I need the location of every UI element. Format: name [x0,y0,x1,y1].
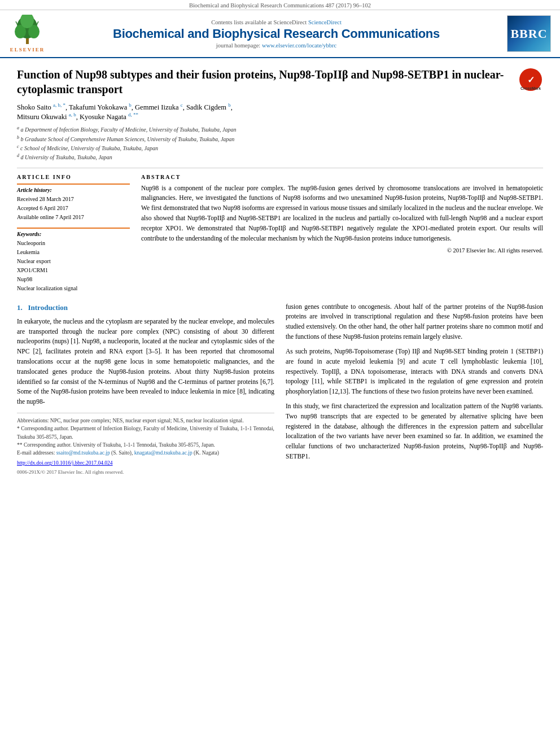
section1-title: 1. Introduction [17,302,274,313]
keywords-box: Keywords: Nucleoporin Leukemia Nuclear e… [17,228,130,293]
journal-reference: Biochemical and Biophysical Research Com… [0,0,560,10]
abstract-paragraph: Nup98 is a component of the nuclear pore… [141,184,543,244]
intro-para-3: As such proteins, Nup98-Topoisomerase (T… [286,347,543,397]
corresponding1-note: * Corresponding author. Department of In… [17,425,274,441]
article-title: Function of Nup98 subtypes and their fus… [17,67,543,97]
footnotes: Abbreviations: NPC, nuclear pore complex… [17,413,274,457]
svg-text:CrossMark: CrossMark [520,86,541,90]
article-info-abstract: ARTICLE INFO Article history: Received 2… [17,174,543,293]
keyword-nup98: Nup98 [17,275,130,284]
doi-line: http://dx.doi.org/10.1016/j.bbrc.2017.04… [17,459,274,468]
article-info-heading: ARTICLE INFO [17,174,130,180]
body-section: 1. Introduction In eukaryote, the nucleu… [17,302,543,477]
abbreviations-note: Abbreviations: NPC, nuclear pore complex… [17,417,274,425]
affiliation-b: b b Graduate School of Comprehensive Hum… [17,134,543,143]
journal-title: Biochemical and Biophysical Research Com… [46,27,507,41]
history-label: Article history: [17,187,130,193]
received-date: Received 28 March 2017 [17,195,130,204]
authors: Shoko Saito a, b, *, Takafumi Yokokawa b… [17,102,543,121]
keyword-nls: Nuclear localization signal [17,284,130,293]
bbrc-label: BBRC [510,27,547,41]
affiliation-a: a a Department of Infection Biology, Fac… [17,125,543,134]
accepted-date: Accepted 6 April 2017 [17,204,130,213]
keyword-xpo1: XPO1/CRM1 [17,266,130,275]
divider [17,168,543,168]
main-content: Function of Nup98 subtypes and their fus… [0,58,560,488]
doi-link[interactable]: http://dx.doi.org/10.1016/j.bbrc.2017.04… [17,460,113,466]
svg-line-5 [16,21,18,25]
issn-line: 0006-291X/© 2017 Elsevier Inc. All right… [17,469,274,477]
email2-link[interactable]: knagata@md.tsukuba.ac.jp [134,450,193,456]
affiliations: a a Department of Infection Biology, Fac… [17,125,543,161]
abstract-text: Nup98 is a component of the nuclear pore… [141,184,543,244]
intro-para-4: In this study, we first characterized th… [286,401,543,462]
intro-para-1: In eukaryote, the nucleus and the cytopl… [17,317,274,407]
intro-para-2: fusion genes contribute to oncogenesis. … [286,302,543,342]
body-col-left: 1. Introduction In eukaryote, the nucleu… [17,302,274,477]
affiliation-d: d d University of Tsukuba, Tsukuba, Japa… [17,152,543,161]
journal-url[interactable]: www.elsevier.com/locate/ybbrc [262,42,336,49]
keyword-nucleoporin: Nucleoporin [17,239,130,248]
svg-text:✓: ✓ [527,75,535,85]
bbrc-logo: BBRC [507,15,551,52]
title-text: Function of Nup98 subtypes and their fus… [17,68,504,95]
email-note: E-mail addresses: ssaito@md.tsukuba.ac.j… [17,449,274,457]
affiliation-c: c c School of Medicine, University of Ts… [17,143,543,152]
svg-line-6 [37,21,38,25]
keywords-label: Keywords: [17,231,130,237]
keyword-nuclear-export: Nuclear export [17,257,130,266]
elsevier-tree-icon [9,15,46,46]
journal-center-block: Contents lists available at ScienceDirec… [46,19,507,49]
elsevier-logo: ELSEVIER [9,15,46,53]
sciencedirect-anchor[interactable]: ScienceDirect [308,19,342,25]
keyword-leukemia: Leukemia [17,248,130,257]
article-info-panel: ARTICLE INFO Article history: Received 2… [17,174,130,293]
body-two-col: 1. Introduction In eukaryote, the nucleu… [17,302,543,477]
crossmark-icon: ✓ CrossMark [518,67,543,92]
available-date: Available online 7 April 2017 [17,213,130,222]
journal-homepage: journal homepage: www.elsevier.com/locat… [46,42,507,49]
elsevier-label: ELSEVIER [10,47,45,53]
journal-header: ELSEVIER Contents lists available at Sci… [0,10,560,58]
journal-ref-text: Biochemical and Biophysical Research Com… [189,2,371,8]
body-col-right: fusion genes contribute to oncogenesis. … [286,302,543,477]
abstract-heading: ABSTRACT [141,174,543,180]
corresponding2-note: ** Corresponding author. University of T… [17,441,274,449]
sciencedirect-link: Contents lists available at ScienceDirec… [46,19,507,25]
email1-link[interactable]: ssaito@md.tsukuba.ac.jp [56,450,110,456]
article-history: Article history: Received 28 March 2017 … [17,184,130,222]
abstract-section: ABSTRACT Nup98 is a component of the nuc… [141,174,543,293]
copyright: © 2017 Elsevier Inc. All rights reserved… [141,247,543,254]
